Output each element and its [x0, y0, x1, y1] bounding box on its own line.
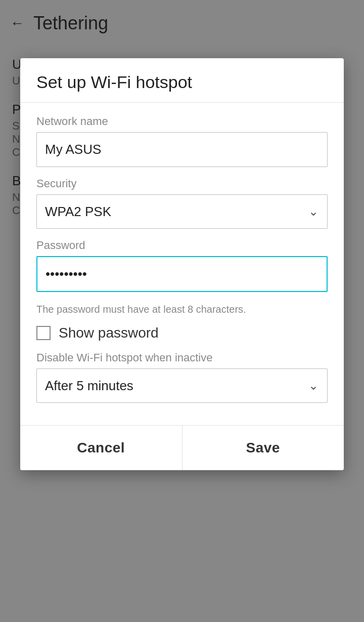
password-label: Password	[36, 239, 328, 252]
security-label: Security	[36, 177, 328, 190]
show-password-checkbox[interactable]	[36, 326, 51, 340]
show-password-row[interactable]: Show password	[36, 325, 328, 341]
setup-hotspot-dialog: Set up Wi-Fi hotspot Network name Securi…	[20, 58, 344, 470]
password-input[interactable]	[36, 256, 328, 292]
dialog-title: Set up Wi-Fi hotspot	[20, 58, 344, 103]
network-name-input[interactable]	[36, 132, 328, 167]
inactive-select[interactable]: Never After 5 minutes After 10 minutes A…	[36, 368, 328, 403]
modal-overlay: Set up Wi-Fi hotspot Network name Securi…	[0, 0, 364, 622]
security-select-wrapper: Open WPA2 PSK ⌄	[36, 194, 328, 229]
dialog-footer: Cancel Save	[20, 425, 344, 470]
password-hint: The password must have at least 8 charac…	[36, 302, 328, 317]
security-select[interactable]: Open WPA2 PSK	[36, 194, 328, 229]
show-password-label: Show password	[59, 325, 159, 341]
save-button[interactable]: Save	[183, 426, 344, 470]
network-name-label: Network name	[36, 115, 328, 128]
cancel-button[interactable]: Cancel	[20, 426, 183, 470]
inactive-select-wrapper: Never After 5 minutes After 10 minutes A…	[36, 368, 328, 403]
dialog-body: Network name Security Open WPA2 PSK ⌄ Pa…	[20, 103, 344, 413]
inactive-label: Disable Wi-Fi hotspot when inactive	[36, 351, 328, 364]
